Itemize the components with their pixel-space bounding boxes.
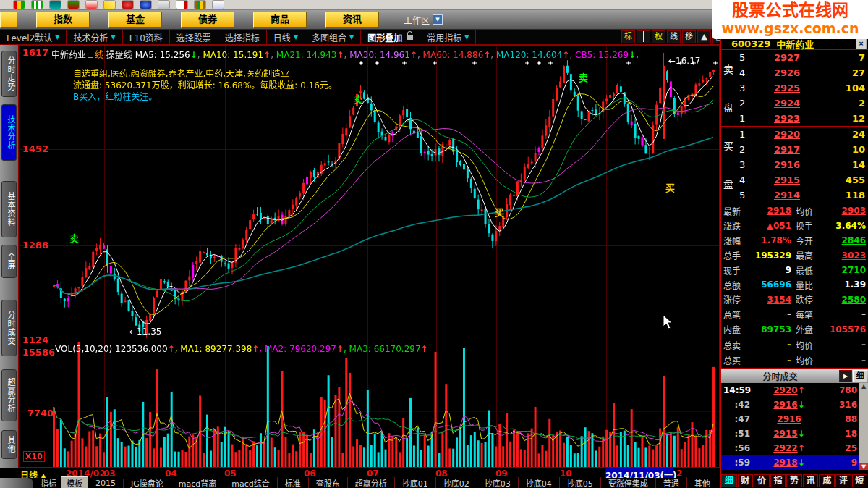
nav-button-2[interactable]: 基金 <box>109 12 162 28</box>
workspace-menu[interactable]: 工作区 ▼ <box>404 14 443 26</box>
stripes-icon[interactable] <box>32 1 43 9</box>
menu-item[interactable]: 技术分析▼ <box>67 30 122 44</box>
bottom-tab-抄底02[interactable]: 抄底02 <box>436 477 477 488</box>
bottom-tab-普通[interactable]: 普通 <box>656 477 687 488</box>
phone-red-icon[interactable] <box>122 1 133 9</box>
menu-item[interactable]: 多图组合▼ <box>305 30 361 44</box>
order-book-row[interactable]: 42915455 <box>736 172 868 188</box>
doc-icon[interactable] <box>158 1 169 9</box>
trade-row[interactable]: :47291688 <box>721 412 859 426</box>
workspace-dropdown-icon[interactable]: ▼ <box>433 14 443 25</box>
mini-tab-势[interactable]: 势 <box>786 474 802 487</box>
order-book-row[interactable]: 52914118 <box>736 188 868 203</box>
mini-tab-财[interactable]: 财 <box>738 474 754 487</box>
mini-tab-评[interactable]: 评 <box>835 474 851 487</box>
menu-item[interactable]: 图形叠加 <box>361 30 420 44</box>
play-icon[interactable]: ▶ <box>839 370 852 382</box>
bell-icon[interactable] <box>68 1 79 9</box>
bottom-tab-要涨停集成[interactable]: 要涨停集成 <box>601 477 656 488</box>
view-button[interactable]: ▲ <box>697 30 711 43</box>
bottom-tab-2015[interactable]: 2015 <box>88 479 124 488</box>
mini-tab-指[interactable]: 指 <box>770 474 786 487</box>
sidebar-tab-分时走势[interactable]: 分时走势 <box>1 51 17 97</box>
bottom-tab-抄底04[interactable]: 抄底04 <box>519 477 560 488</box>
chevron-down-icon[interactable]: ▼ <box>349 34 354 41</box>
bottom-tab-抄底01[interactable]: 抄底01 <box>395 477 436 488</box>
mini-tab-短[interactable]: 短 <box>852 474 868 487</box>
sidebar-tab-全屏[interactable]: 全屏 <box>1 245 17 278</box>
menu-item[interactable]: F10资料 <box>123 30 170 44</box>
menu-item[interactable]: 选择指标 <box>218 30 267 44</box>
bottom-tab-模板[interactable]: 模板 <box>61 476 88 488</box>
view-button[interactable]: 移 <box>682 30 696 43</box>
nav-button-partial[interactable] <box>0 12 17 28</box>
nav-button-3[interactable]: 债券 <box>181 12 234 28</box>
close-icon[interactable]: × <box>856 38 867 49</box>
order-book-row[interactable]: 1292312 <box>736 111 868 126</box>
order-book-row[interactable]: 4292627 <box>736 65 868 80</box>
chart-icon[interactable] <box>14 1 25 9</box>
mini-tab-价[interactable]: 价 <box>754 474 770 487</box>
order-book-row[interactable]: 529277 <box>736 50 868 65</box>
mini-tab-讯[interactable]: 讯 <box>803 474 819 487</box>
trade-row[interactable]: 14:592920↑780 <box>721 383 859 397</box>
bottom-tab-JG操盘论[interactable]: JG操盘论 <box>124 477 171 488</box>
mini-tab-成[interactable]: 成 <box>819 474 835 487</box>
diamond-icon[interactable] <box>104 1 115 9</box>
menu-item[interactable]: 日线▼ <box>267 30 305 44</box>
side-char: 盘 <box>723 177 733 191</box>
order-book-row[interactable]: 229242 <box>736 96 868 111</box>
order-book-row[interactable]: 1292024 <box>736 127 868 142</box>
nav-button-4[interactable]: 商品 <box>253 12 307 28</box>
detail-button[interactable]: 细 <box>853 370 867 382</box>
menu-item[interactable]: 选择股票 <box>170 30 218 44</box>
view-button[interactable]: 标 <box>621 30 635 43</box>
bottom-tab-抄底05[interactable]: 抄底05 <box>560 477 601 488</box>
sidebar-tab-其他[interactable]: 其他 <box>1 430 17 459</box>
trade-direction-arrow: ↓ <box>798 458 805 468</box>
chevron-down-icon[interactable]: ▼ <box>55 34 59 41</box>
bottom-tab-超赢分析[interactable]: 超赢分析 <box>348 477 395 488</box>
report-icon[interactable] <box>176 1 187 9</box>
binoculars-icon[interactable] <box>50 1 61 9</box>
help-cursor-icon[interactable] <box>213 1 224 9</box>
view-button[interactable]: 线 <box>667 30 681 43</box>
trade-row[interactable]: :512915↓18 <box>721 426 859 441</box>
menu-item[interactable]: Level2默认▼ <box>0 30 67 44</box>
bottom-tab-抄底03[interactable]: 抄底03 <box>477 477 519 488</box>
trade-row[interactable]: :422916↓316 <box>721 397 859 412</box>
order-book-row[interactable]: 3291614 <box>736 157 868 172</box>
side-char: 盘 <box>723 100 733 114</box>
mail-icon[interactable] <box>86 1 97 9</box>
chevron-down-icon[interactable]: ▼ <box>294 34 298 41</box>
order-book-row[interactable]: 2291710 <box>736 142 868 157</box>
bottom-tab-macd背离[interactable]: macd背离 <box>171 477 225 488</box>
sidebar-tab-超赢分析[interactable]: 超赢分析 <box>1 369 17 421</box>
scroll-up-icon[interactable]: ▲ <box>861 383 866 390</box>
sidebar-tab-基本资料[interactable]: 基本资料 <box>1 181 17 237</box>
order-book-row[interactable]: 32925104 <box>736 80 868 96</box>
bottom-tab-标准[interactable]: 标准 <box>278 477 309 488</box>
sidebar-tab-分时成交[interactable]: 分时成交 <box>1 300 17 356</box>
volume-chart-canvas[interactable] <box>19 342 719 467</box>
nav-button-5[interactable]: 资讯 <box>326 12 379 28</box>
grid-icon[interactable] <box>637 30 650 43</box>
trade-row[interactable]: :592918↓9 <box>721 455 859 470</box>
view-button[interactable]: 权 <box>652 30 665 43</box>
sidebar-tab-技术分析[interactable]: 技术分析 <box>1 104 17 161</box>
bottom-tab-macd综合[interactable]: macd综合 <box>224 477 278 488</box>
trade-row[interactable]: :562922↑25 <box>721 441 859 455</box>
bottom-tab-指标[interactable]: 指标 <box>36 477 61 488</box>
mini-tab-细[interactable]: 细 <box>721 474 737 487</box>
menu-item[interactable]: 常用指标▼ <box>420 30 476 44</box>
sep: , <box>636 50 639 60</box>
scrollbar[interactable]: ▲ ▼ <box>859 383 868 470</box>
bottom-tab-其他[interactable]: 其他 <box>687 477 718 488</box>
scroll-down-icon[interactable]: ▼ <box>859 463 868 470</box>
nav-button-1[interactable]: 指数 <box>36 12 90 28</box>
chevron-down-icon[interactable]: ▼ <box>464 34 469 41</box>
bottom-tab-查股东[interactable]: 查股东 <box>309 477 348 488</box>
chevron-down-icon[interactable]: ▼ <box>111 34 115 41</box>
books-icon[interactable] <box>195 1 205 9</box>
phone-blue-icon[interactable] <box>140 1 151 9</box>
